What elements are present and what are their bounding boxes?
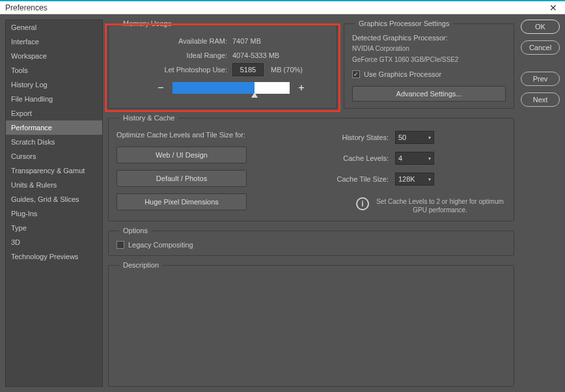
sidebar-item-general[interactable]: General: [6, 20, 102, 35]
description-group: Description: [108, 261, 514, 387]
memory-slider-track[interactable]: [172, 82, 290, 94]
cache-tile-select[interactable]: 128K ▾: [395, 173, 434, 186]
memory-usage-group: Memory Usage Available RAM: 7407 MB Idea…: [108, 20, 337, 109]
let-use-unit: MB (70%): [271, 66, 303, 74]
gpu-group: Graphics Processor Settings Detected Gra…: [344, 20, 514, 109]
hc-legend: History & Cache: [119, 114, 178, 122]
history-states-label: History States:: [278, 133, 389, 141]
advanced-settings-button[interactable]: Advanced Settings...: [352, 86, 506, 102]
minus-icon[interactable]: −: [156, 82, 166, 94]
memory-slider-fill: [172, 82, 255, 94]
legacy-compositing-checkbox[interactable]: [117, 241, 124, 249]
plus-icon[interactable]: +: [296, 82, 307, 94]
let-use-input[interactable]: [232, 63, 264, 76]
history-cache-group: History & Cache Optimize Cache Levels an…: [108, 114, 514, 221]
memory-slider[interactable]: − +: [156, 82, 329, 94]
sidebar-item-file-handling[interactable]: File Handling: [6, 92, 102, 106]
sidebar-item-transparency-gamut[interactable]: Transparency & Gamut: [6, 163, 102, 178]
preset-default-button[interactable]: Default / Photos: [117, 170, 247, 187]
ideal-range-label: Ideal Range:: [117, 51, 227, 59]
prev-button[interactable]: Prev: [521, 72, 560, 86]
sidebar-item-scratch-disks[interactable]: Scratch Disks: [6, 135, 102, 149]
cache-tile-label: Cache Tile Size:: [278, 175, 389, 183]
hc-info-text: Set Cache Levels to 2 or higher for opti…: [374, 197, 506, 214]
sidebar-item-type[interactable]: Type: [6, 221, 102, 235]
sidebar-item-tools[interactable]: Tools: [6, 63, 102, 77]
cache-levels-value: 4: [398, 154, 402, 162]
history-states-value: 50: [398, 133, 406, 141]
dialog-buttons: OK Cancel Prev Next: [521, 20, 560, 107]
sidebar-item-workspace[interactable]: Workspace: [6, 49, 102, 63]
available-ram-label: Available RAM:: [117, 37, 227, 45]
sidebar-item-history-log[interactable]: History Log: [6, 77, 102, 92]
gpu-legend: Graphics Processor Settings: [355, 20, 453, 27]
use-gpu-label: Use Graphics Processor: [364, 70, 441, 78]
chevron-down-icon: ▾: [428, 176, 431, 182]
preset-huge-button[interactable]: Huge Pixel Dimensions: [117, 193, 247, 210]
main: Memory Usage Available RAM: 7407 MB Idea…: [103, 14, 565, 392]
cache-levels-label: Cache Levels:: [278, 154, 389, 162]
chevron-down-icon: ▾: [428, 135, 431, 141]
ideal-range-value: 4074-5333 MB: [232, 51, 329, 59]
available-ram-value: 7407 MB: [232, 37, 329, 45]
use-gpu-checkbox[interactable]: [352, 70, 360, 78]
let-use-label: Let Photoshop Use:: [117, 66, 227, 74]
gpu-detected-label: Detected Graphics Processor:: [352, 34, 506, 42]
titlebar: Preferences ✕: [0, 0, 565, 14]
ok-button[interactable]: OK: [521, 20, 560, 34]
sidebar-item-units-rulers[interactable]: Units & Rulers: [6, 178, 102, 192]
cancel-button[interactable]: Cancel: [521, 40, 560, 55]
chevron-down-icon: ▾: [428, 156, 431, 161]
options-legend: Options: [119, 227, 152, 234]
preset-web-ui-button[interactable]: Web / UI Design: [117, 147, 247, 163]
sidebar-item-3d[interactable]: 3D: [6, 235, 102, 249]
sidebar-item-performance[interactable]: Performance: [6, 120, 102, 135]
sidebar-item-guides-grid-slices[interactable]: Guides, Grid & Slices: [6, 192, 102, 206]
sidebar-item-export[interactable]: Export: [6, 106, 102, 120]
cache-tile-value: 128K: [398, 175, 415, 183]
sidebar-item-cursors[interactable]: Cursors: [6, 149, 102, 163]
sidebar-item-interface[interactable]: Interface: [6, 35, 102, 49]
history-states-select[interactable]: 50 ▾: [395, 131, 434, 144]
legacy-compositing-label: Legacy Compositing: [128, 241, 193, 249]
sidebar-item-technology-previews[interactable]: Technology Previews: [6, 249, 102, 264]
info-icon: i: [356, 197, 369, 210]
memory-slider-thumb[interactable]: [251, 92, 258, 98]
description-legend: Description: [119, 261, 163, 269]
optimize-label: Optimize Cache Levels and Tile Size for:: [117, 131, 258, 139]
close-icon[interactable]: ✕: [545, 2, 561, 14]
cache-levels-select[interactable]: 4 ▾: [395, 152, 434, 165]
window-title: Preferences: [5, 3, 48, 12]
legacy-compositing-row[interactable]: Legacy Compositing: [117, 241, 506, 249]
options-group: Options Legacy Compositing: [108, 227, 514, 256]
sidebar: General Interface Workspace Tools Histor…: [5, 20, 103, 387]
memory-legend: Memory Usage: [119, 20, 176, 27]
next-button[interactable]: Next: [521, 92, 560, 107]
sidebar-item-plug-ins[interactable]: Plug-Ins: [6, 206, 102, 221]
workspace: General Interface Workspace Tools Histor…: [0, 14, 565, 392]
use-gpu-row[interactable]: Use Graphics Processor: [352, 70, 506, 78]
gpu-vendor: NVIDIA Corporation: [352, 44, 506, 53]
gpu-model: GeForce GTX 1060 3GB/PCIe/SSE2: [352, 55, 506, 64]
